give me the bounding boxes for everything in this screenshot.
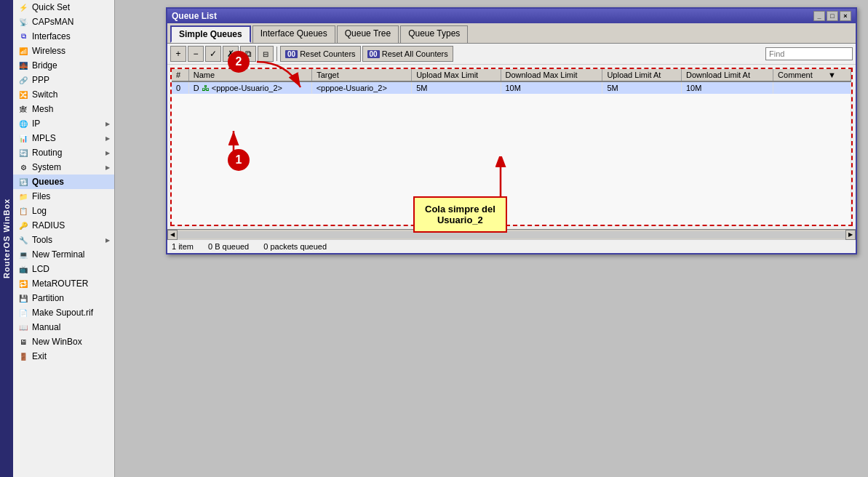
row-upload-limit: 5M	[602, 81, 682, 94]
titlebar-buttons: _ □ ×	[813, 11, 851, 21]
tabs-bar: Simple Queues Interface Queues Queue Tre…	[167, 23, 856, 44]
sidebar-item-log[interactable]: 📋 Log	[13, 204, 114, 218]
queues-icon: 🔃	[17, 176, 29, 188]
row-queue-icon: 🖧	[202, 84, 210, 92]
routing-icon: 🔄	[17, 147, 29, 159]
switch-icon: 🔀	[17, 89, 29, 100]
col-num: #	[172, 69, 188, 81]
make-supout-icon: 📄	[17, 307, 29, 318]
manual-icon: 📖	[17, 321, 29, 333]
row-upload-max: 5M	[412, 81, 501, 94]
partition-icon: 💾	[17, 292, 29, 304]
scrollbar-left-btn[interactable]: ◀	[167, 230, 178, 240]
tab-queue-tree[interactable]: Queue Tree	[337, 25, 399, 43]
close-button[interactable]: ×	[840, 11, 851, 21]
system-arrow: ▶	[105, 164, 110, 171]
tools-arrow: ▶	[105, 237, 110, 244]
sidebar-item-radius[interactable]: 🔑 RADIUS	[13, 218, 114, 233]
row-download-limit: 10M	[681, 81, 773, 94]
add-button[interactable]: +	[170, 46, 186, 62]
col-comment: Comment ▼	[773, 69, 851, 81]
col-download-max: Download Max Limit	[501, 69, 602, 81]
sidebar-item-wireless[interactable]: 📶 Wireless	[13, 44, 114, 58]
sidebar-item-make-supout[interactable]: 📄 Make Supout.rif	[13, 305, 114, 320]
lcd-icon: 📺	[17, 263, 29, 275]
quick-set-icon: ⚡	[17, 1, 29, 13]
tab-queue-types[interactable]: Queue Types	[400, 25, 468, 43]
row-target: <pppoe-Usuario_2>	[312, 81, 412, 94]
row-num: 0	[172, 81, 188, 94]
sidebar-item-ip[interactable]: 🌐 IP ▶	[13, 116, 114, 131]
callout1-arrow	[223, 127, 244, 164]
window-title: Queue List	[172, 11, 217, 21]
log-icon: 📋	[17, 205, 29, 217]
find-input[interactable]	[765, 47, 853, 60]
sidebar-item-bridge[interactable]: 🌉 Bridge	[13, 58, 114, 73]
status-queued-bytes: 0 B queued	[208, 242, 249, 251]
ip-arrow: ▶	[105, 121, 110, 127]
sidebar-item-mpls[interactable]: 📊 MPLS ▶	[13, 131, 114, 145]
radius-icon: 🔑	[17, 220, 29, 231]
sidebar-item-new-winbox[interactable]: 🖥 New WinBox	[13, 334, 114, 349]
sidebar-item-tools[interactable]: 🔧 Tools ▶	[13, 233, 114, 247]
row-comment	[773, 81, 851, 94]
callout-2-badge: 2	[228, 51, 250, 73]
minimize-button[interactable]: _	[813, 11, 825, 21]
row-flag-d: D	[194, 84, 199, 92]
new-terminal-icon: 💻	[17, 249, 29, 260]
scrollbar-track[interactable]	[178, 231, 845, 238]
sidebar-item-quick-set[interactable]: ⚡ Quick Set	[13, 0, 114, 15]
annotation-box: Cola simpre del Usuario_2	[413, 196, 507, 233]
metarouter-icon: 🔁	[17, 278, 29, 289]
scrollbar-right-btn[interactable]: ▶	[845, 230, 856, 240]
interfaces-icon: ⧉	[17, 31, 29, 42]
horizontal-scrollbar[interactable]: ◀ ▶	[167, 229, 856, 239]
col-download-limit: Download Limit At	[681, 69, 773, 81]
mpls-icon: 📊	[17, 132, 29, 144]
files-icon: 📁	[17, 191, 29, 202]
status-bar: 1 item 0 B queued 0 packets queued	[167, 239, 856, 253]
reset-counters-label: Reset Counters	[300, 49, 355, 58]
tab-interface-queues[interactable]: Interface Queues	[252, 25, 335, 43]
sidebar-item-routing[interactable]: 🔄 Routing ▶	[13, 145, 114, 160]
reset-all-counters-badge: 00	[367, 50, 380, 58]
sidebar-item-lcd[interactable]: 📺 LCD	[13, 262, 114, 276]
sidebar-item-manual[interactable]: 📖 Manual	[13, 320, 114, 334]
annotation-arrow	[490, 156, 511, 199]
main-content: 2 Queue List _ □ × Simple Queues Interfa…	[115, 0, 868, 477]
mpls-arrow: ▶	[105, 135, 110, 142]
capsman-icon: 📡	[17, 16, 29, 28]
maximize-button[interactable]: □	[827, 11, 838, 21]
col-target: Target	[312, 69, 412, 81]
ppp-icon: 🔗	[17, 74, 29, 86]
sidebar-item-files[interactable]: 📁 Files	[13, 189, 114, 204]
sidebar-item-system[interactable]: ⚙ System ▶	[13, 160, 114, 175]
col-upload-max: Upload Max Limit	[412, 69, 501, 81]
queue-list-window: Queue List _ □ × Simple Queues Interface…	[166, 7, 857, 254]
sidebar-item-interfaces[interactable]: ⧉ Interfaces	[13, 29, 114, 44]
bridge-icon: 🌉	[17, 60, 29, 71]
reset-all-counters-button[interactable]: 00 Reset All Counters	[362, 46, 453, 62]
exit-icon: 🚪	[17, 350, 29, 362]
sidebar-item-queues[interactable]: 🔃 Queues	[13, 175, 114, 189]
status-queued-packets: 0 packets queued	[263, 242, 327, 251]
mesh-icon: 🕸	[17, 103, 29, 115]
sidebar-item-ppp[interactable]: 🔗 PPP	[13, 73, 114, 87]
sidebar-item-mesh[interactable]: 🕸 Mesh	[13, 102, 114, 116]
window-titlebar: Queue List _ □ ×	[167, 9, 856, 23]
tools-icon: 🔧	[17, 234, 29, 246]
sidebar-item-capsman[interactable]: 📡 CAPsMAN	[13, 15, 114, 29]
sidebar-item-switch[interactable]: 🔀 Switch	[13, 87, 114, 102]
enable-button[interactable]: ✓	[205, 46, 221, 62]
sidebar-item-partition[interactable]: 💾 Partition	[13, 291, 114, 305]
callout2-arrow	[250, 55, 308, 98]
wireless-icon: 📶	[17, 45, 29, 57]
sidebar-item-exit[interactable]: 🚪 Exit	[13, 349, 114, 364]
tab-simple-queues[interactable]: Simple Queues	[170, 25, 251, 43]
sidebar: ⚡ Quick Set 📡 CAPsMAN ⧉ Interfaces 📶 Wir…	[13, 0, 115, 477]
remove-button[interactable]: −	[188, 46, 204, 62]
ip-icon: 🌐	[17, 118, 29, 129]
sidebar-item-metarouter[interactable]: 🔁 MetaROUTER	[13, 276, 114, 291]
sidebar-item-new-terminal[interactable]: 💻 New Terminal	[13, 247, 114, 262]
vertical-app-label: RouterOS WinBox	[0, 0, 13, 477]
